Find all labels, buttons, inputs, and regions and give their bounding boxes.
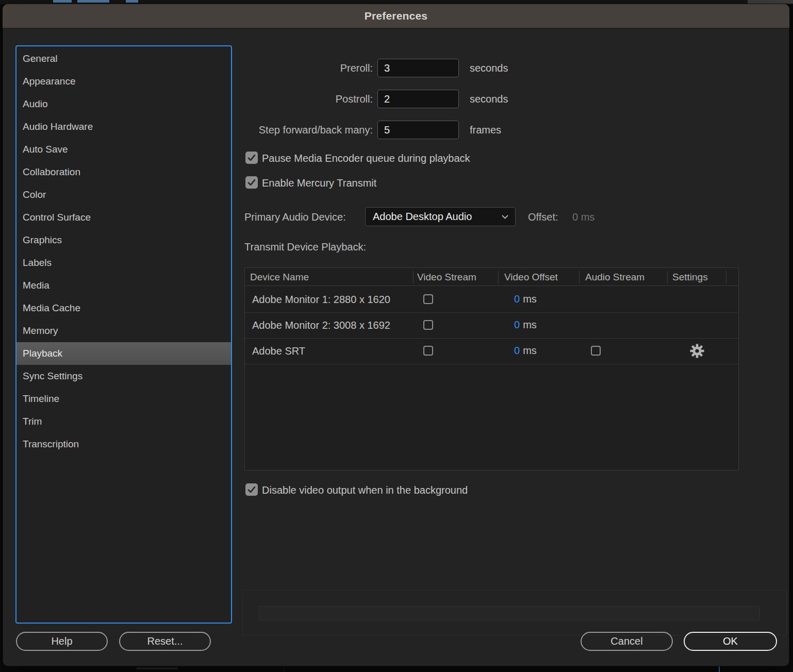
sidebar-item-auto-save[interactable]: Auto Save xyxy=(16,138,231,161)
header-separator xyxy=(498,271,499,283)
inactive-field xyxy=(259,606,760,620)
col-audio-stream[interactable]: Audio Stream xyxy=(585,268,645,286)
col-settings[interactable]: Settings xyxy=(672,268,708,286)
screen: Preferences General Appearance Audio Aud… xyxy=(0,0,793,672)
transmit-device-table: Device Name Video Stream Video Offset Au… xyxy=(244,267,739,471)
preroll-label: Preroll: xyxy=(244,62,373,74)
sidebar-item-color[interactable]: Color xyxy=(16,183,231,206)
row-separator xyxy=(245,364,738,364)
primary-audio-device-value: Adobe Desktop Audio xyxy=(373,211,501,223)
ok-button[interactable]: OK xyxy=(684,632,777,651)
table-header: Device Name Video Stream Video Offset Au… xyxy=(245,268,738,286)
sidebar-item-audio[interactable]: Audio xyxy=(16,93,231,115)
pause-encoder-checkbox[interactable] xyxy=(245,152,258,164)
header-separator xyxy=(413,271,414,283)
timecode-fragment xyxy=(53,0,72,3)
panel-fragment xyxy=(748,0,793,4)
dialog-title: Preferences xyxy=(365,10,427,22)
sidebar-item-transcription[interactable]: Transcription xyxy=(16,433,231,456)
cancel-button[interactable]: Cancel xyxy=(581,632,673,651)
video-stream-checkbox[interactable] xyxy=(423,320,433,330)
sidebar-item-sync-settings[interactable]: Sync Settings xyxy=(16,365,231,388)
check-icon xyxy=(247,178,256,187)
col-video-offset[interactable]: Video Offset xyxy=(504,268,558,286)
mercury-transmit-checkbox[interactable] xyxy=(245,176,258,189)
sidebar-item-timeline[interactable]: Timeline xyxy=(16,388,231,410)
video-offset-value[interactable]: 0ms xyxy=(514,345,537,357)
timecode-fragment xyxy=(77,0,109,3)
sidebar-item-trim[interactable]: Trim xyxy=(16,410,231,433)
postroll-label: Postroll: xyxy=(244,93,373,105)
sidebar-items: General Appearance Audio Audio Hardware … xyxy=(16,47,231,456)
sidebar-item-memory[interactable]: Memory xyxy=(16,320,231,342)
col-video-stream[interactable]: Video Stream xyxy=(417,268,476,286)
help-button[interactable]: Help xyxy=(16,632,108,651)
device-name: Adobe Monitor 1: 2880 x 1620 xyxy=(252,287,390,312)
sidebar-item-collaboration[interactable]: Collaboration xyxy=(16,161,231,183)
sidebar-item-general[interactable]: General xyxy=(16,47,231,70)
disable-video-bg-label: Disable video output when in the backgro… xyxy=(262,484,468,496)
check-icon xyxy=(247,153,256,162)
header-separator xyxy=(667,271,668,283)
reset-button[interactable]: Reset... xyxy=(119,632,211,651)
header-separator xyxy=(726,271,726,283)
panel-divider xyxy=(284,666,284,672)
header-separator xyxy=(579,271,580,283)
video-offset-value[interactable]: 0ms xyxy=(514,319,537,331)
device-name: Adobe Monitor 2: 3008 x 1692 xyxy=(252,312,390,338)
app-behind-bottom-strip xyxy=(0,666,793,672)
step-many-input[interactable] xyxy=(377,121,459,139)
offset-label: Offset: xyxy=(528,211,558,223)
app-behind-top-strip xyxy=(0,0,793,4)
pause-encoder-label: Pause Media Encoder queue during playbac… xyxy=(262,153,470,164)
step-many-unit: frames xyxy=(470,124,501,136)
sidebar-item-graphics[interactable]: Graphics xyxy=(16,229,231,251)
timecode-fragment xyxy=(126,0,138,3)
postroll-unit: seconds xyxy=(470,93,508,105)
primary-audio-device-label: Primary Audio Device: xyxy=(244,211,346,223)
check-icon xyxy=(247,485,256,494)
sidebar-item-control-surface[interactable]: Control Surface xyxy=(16,206,231,229)
sidebar-item-labels[interactable]: Labels xyxy=(16,251,231,274)
step-many-label: Step forward/back many: xyxy=(219,124,373,136)
video-stream-checkbox[interactable] xyxy=(423,346,433,356)
sidebar-item-media-cache[interactable]: Media Cache xyxy=(16,297,231,320)
offset-value: 0 ms xyxy=(572,211,594,223)
disable-video-bg-checkbox[interactable] xyxy=(245,483,258,496)
chevron-down-icon xyxy=(501,214,509,220)
sidebar-item-appearance[interactable]: Appearance xyxy=(16,70,231,93)
sidebar-item-media[interactable]: Media xyxy=(16,274,231,297)
dimmed-label-fragment xyxy=(137,667,178,669)
row-separator xyxy=(245,338,738,339)
sidebar-item-playback[interactable]: Playback xyxy=(16,342,231,365)
dialog-titlebar[interactable]: Preferences xyxy=(3,4,789,28)
sidebar-item-audio-hardware[interactable]: Audio Hardware xyxy=(16,115,231,138)
video-stream-checkbox[interactable] xyxy=(423,294,433,304)
col-device-name[interactable]: Device Name xyxy=(250,268,309,286)
preroll-unit: seconds xyxy=(470,62,508,74)
postroll-input[interactable] xyxy=(377,90,459,108)
transmit-section-label: Transmit Device Playback: xyxy=(244,241,366,253)
audio-stream-checkbox[interactable] xyxy=(591,346,601,356)
video-offset-value[interactable]: 0ms xyxy=(514,293,537,305)
preroll-input[interactable] xyxy=(377,59,459,77)
primary-audio-device-select[interactable]: Adobe Desktop Audio xyxy=(365,207,516,226)
device-name: Adobe SRT xyxy=(252,338,305,364)
mercury-transmit-label: Enable Mercury Transmit xyxy=(262,177,376,189)
timeline-playhead-fragment xyxy=(719,666,720,672)
settings-gear-icon[interactable] xyxy=(689,343,705,361)
